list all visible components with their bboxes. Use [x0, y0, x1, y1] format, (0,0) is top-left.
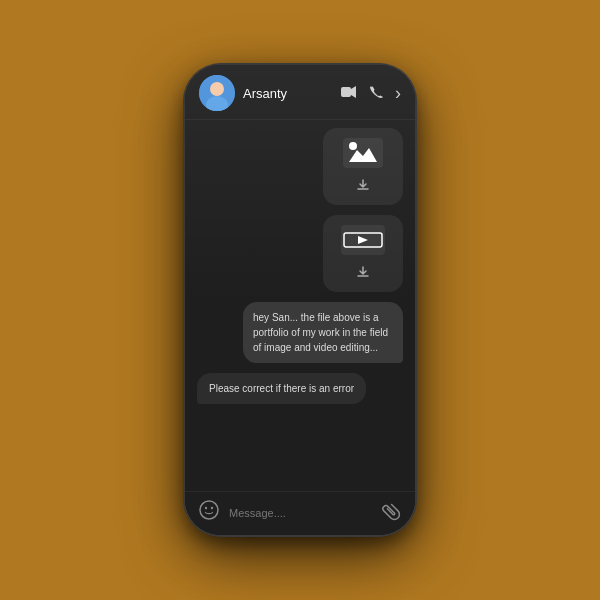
emoji-icon[interactable]: [199, 500, 219, 525]
phone-screen: Arsanty ›: [185, 65, 415, 535]
phone-call-icon[interactable]: [369, 85, 383, 102]
more-icon[interactable]: ›: [395, 83, 401, 104]
message-input[interactable]: Message....: [229, 507, 375, 519]
header-icons: ›: [341, 83, 401, 104]
image-media-bubble[interactable]: [323, 128, 403, 205]
received-message: Please correct if there is an error: [197, 373, 366, 404]
svg-point-12: [205, 507, 207, 509]
attach-icon[interactable]: [379, 498, 407, 526]
svg-point-11: [200, 501, 218, 519]
contact-name: Arsanty: [243, 86, 333, 101]
download-icon[interactable]: [356, 178, 370, 195]
svg-rect-5: [343, 138, 383, 168]
sent-message: hey San... the file above is a portfolio…: [243, 302, 403, 363]
svg-marker-4: [351, 86, 356, 98]
svg-point-7: [349, 142, 357, 150]
svg-point-13: [211, 507, 213, 509]
svg-point-1: [210, 82, 224, 96]
video-media-bubble[interactable]: [323, 215, 403, 292]
received-message-text: Please correct if there is an error: [209, 383, 354, 394]
image-icon: [343, 138, 383, 172]
chat-header: Arsanty ›: [185, 65, 415, 119]
video-icon: [341, 225, 385, 259]
video-download-icon[interactable]: [356, 265, 370, 282]
input-bar: Message....: [185, 491, 415, 535]
video-call-icon[interactable]: [341, 85, 357, 101]
phone-frame: Arsanty ›: [185, 65, 415, 535]
avatar: [199, 75, 235, 111]
sent-message-text: hey San... the file above is a portfolio…: [253, 312, 388, 353]
svg-rect-3: [341, 87, 351, 97]
chat-area: hey San... the file above is a portfolio…: [185, 120, 415, 491]
